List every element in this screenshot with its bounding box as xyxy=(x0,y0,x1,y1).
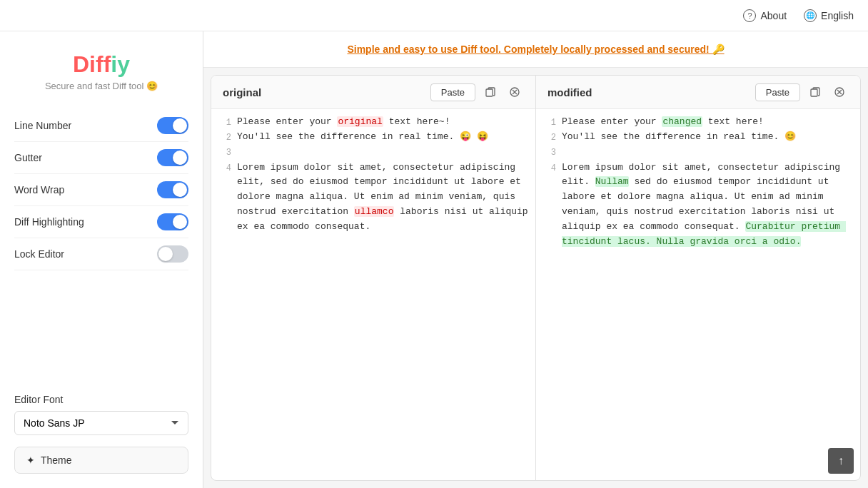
modified-clear-button[interactable] xyxy=(830,83,849,101)
line-text: Please enter your original text here~! xyxy=(237,115,530,130)
line-row: 4 Lorem ipsum dolor sit amet, consectetu… xyxy=(536,161,860,250)
line-row: 4 Lorem ipsum dolor sit amet, consectetu… xyxy=(211,161,535,235)
main-layout: Diffiy Secure and fast Diff tool 😊 Line … xyxy=(0,31,868,488)
logo-diff: Diff xyxy=(73,51,111,77)
line-text: Please enter your changed text here! xyxy=(562,115,854,130)
logo-area: Diffiy Secure and fast Diff tool 😊 xyxy=(0,31,203,103)
lock-editor-label: Lock Editor xyxy=(14,248,64,260)
theme-label: Theme xyxy=(41,454,72,466)
original-clear-button[interactable] xyxy=(505,83,524,101)
line-number-label: Line Number xyxy=(14,120,71,131)
gutter-toggle[interactable] xyxy=(157,149,188,166)
line-number: 1 xyxy=(542,115,562,130)
globe-icon: 🌐 xyxy=(804,9,817,22)
diff-container: original Paste xyxy=(211,75,861,481)
diff-highlight-removed: ullamco xyxy=(354,206,395,217)
option-row-diff-highlighting: Diff Highlighting xyxy=(14,206,188,238)
logo-subtitle: Secure and fast Diff tool 😊 xyxy=(14,81,188,91)
line-text: Lorem ipsum dolor sit amet, consectetur … xyxy=(562,161,854,250)
diff-highlight-added: Curabitur pretium tincidunt lacus. Nulla… xyxy=(562,221,846,247)
modified-content: 1 Please enter your changed text here! 2… xyxy=(536,109,860,480)
content-area: Simple and easy to use Diff tool. Comple… xyxy=(203,31,868,488)
original-paste-button[interactable]: Paste xyxy=(430,83,475,101)
option-row-word-wrap: Word Wrap xyxy=(14,174,188,206)
line-row: 2 You'll see the difference in real time… xyxy=(211,130,535,145)
language-nav-item[interactable]: 🌐 English xyxy=(804,9,854,22)
word-wrap-toggle[interactable] xyxy=(157,181,188,198)
modified-paste-button[interactable]: Paste xyxy=(755,83,800,101)
modified-panel: modified Paste xyxy=(536,76,860,480)
line-number: 2 xyxy=(217,130,237,145)
tagline-text: Simple and easy to use Diff tool. Comple… xyxy=(347,44,724,55)
toggle-knob xyxy=(158,247,173,261)
line-text: Lorem ipsum dolor sit amet, consectetur … xyxy=(237,161,530,235)
editor-font-label: Editor Font xyxy=(14,394,188,405)
sidebar: Diffiy Secure and fast Diff tool 😊 Line … xyxy=(0,31,203,488)
line-row: 1 Please enter your original text here~! xyxy=(211,115,535,130)
sidebar-options: Line Number Gutter Word Wrap xyxy=(0,103,203,382)
line-text xyxy=(237,145,530,160)
modified-copy-button[interactable] xyxy=(806,83,824,101)
original-copy-button[interactable] xyxy=(481,83,500,101)
modified-title: modified xyxy=(547,86,592,98)
line-number: 2 xyxy=(542,130,562,145)
original-panel: original Paste xyxy=(211,76,536,480)
about-nav-item[interactable]: ? About xyxy=(743,9,787,22)
option-row-line-number: Line Number xyxy=(14,110,188,142)
logo-iy: iy xyxy=(111,51,130,77)
toggle-knob xyxy=(173,215,187,229)
toggle-knob xyxy=(173,151,187,165)
editor-font-section: Editor Font Noto Sans JP Monospace Arial… xyxy=(0,382,203,447)
original-title: original xyxy=(223,86,261,98)
line-text: You'll see the difference in real time. … xyxy=(562,130,854,145)
original-content: 1 Please enter your original text here~!… xyxy=(211,109,535,480)
line-number: 4 xyxy=(217,161,237,235)
line-number: 4 xyxy=(542,161,562,250)
about-icon: ? xyxy=(743,9,756,22)
svg-rect-4 xyxy=(811,89,817,96)
option-row-lock-editor: Lock Editor xyxy=(14,238,188,270)
modified-panel-header: modified Paste xyxy=(536,76,860,109)
line-text: You'll see the difference in real time. … xyxy=(237,130,530,145)
line-number: 3 xyxy=(217,145,237,160)
line-row: 2 You'll see the difference in real time… xyxy=(536,130,860,145)
svg-rect-0 xyxy=(486,89,493,96)
line-number-toggle[interactable] xyxy=(157,117,188,134)
word-wrap-label: Word Wrap xyxy=(14,184,64,195)
language-label: English xyxy=(821,10,854,21)
line-number: 1 xyxy=(217,115,237,130)
line-row: 1 Please enter your changed text here! xyxy=(536,115,860,130)
diff-highlight-added: Nullam xyxy=(595,176,629,187)
line-text xyxy=(562,145,854,160)
about-label: About xyxy=(760,10,787,21)
lock-editor-toggle[interactable] xyxy=(157,245,188,263)
line-row: 3 xyxy=(536,145,860,160)
font-select[interactable]: Noto Sans JP Monospace Arial Courier New xyxy=(14,411,188,435)
modified-panel-actions: Paste xyxy=(755,83,849,101)
logo: Diffiy xyxy=(14,51,188,78)
line-number: 3 xyxy=(542,145,562,160)
theme-icon: ✦ xyxy=(26,454,35,466)
tagline-bar: Simple and easy to use Diff tool. Comple… xyxy=(203,31,868,68)
scroll-up-button[interactable]: ↑ xyxy=(828,448,854,474)
original-panel-actions: Paste xyxy=(430,83,524,101)
option-row-gutter: Gutter xyxy=(14,142,188,174)
diff-highlight-removed: original xyxy=(337,116,383,127)
diff-highlight-added: changed xyxy=(662,116,702,127)
diff-highlighting-toggle[interactable] xyxy=(157,213,188,230)
line-row: 3 xyxy=(211,145,535,160)
toggle-knob xyxy=(173,118,187,133)
theme-button[interactable]: ✦ Theme xyxy=(14,447,188,474)
gutter-label: Gutter xyxy=(14,152,42,163)
diff-highlighting-label: Diff Highlighting xyxy=(14,216,84,228)
original-panel-header: original Paste xyxy=(211,76,535,109)
top-navigation: ? About 🌐 English xyxy=(0,0,868,31)
toggle-knob xyxy=(173,183,187,197)
